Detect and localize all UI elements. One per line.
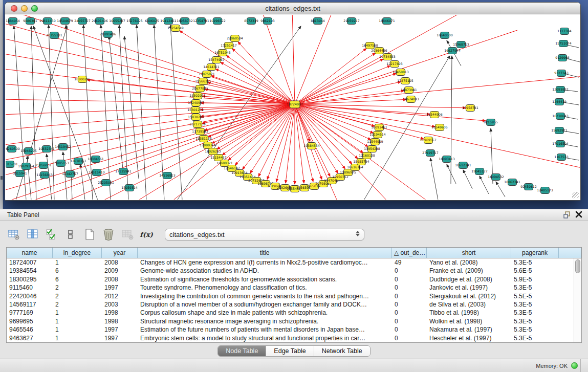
graph-node[interactable]: 1167533 [554, 154, 569, 161]
graph-edge-directed[interactable] [496, 182, 505, 197]
cell-name[interactable]: 18300295 [7, 275, 53, 283]
graph-edge-directed[interactable] [31, 26, 36, 200]
graph-edge-selected[interactable] [295, 99, 406, 104]
graph-edge-selected[interactable] [215, 69, 295, 104]
table-row[interactable]: 977716911998Corpus callosum shape and si… [7, 309, 574, 317]
graph-node[interactable]: 1117304 [557, 28, 572, 35]
graph-edge-selected[interactable] [211, 76, 295, 104]
graph-node[interactable]: 16210643 [552, 113, 569, 120]
cell-pagerank[interactable]: 5.3E-5 [511, 334, 559, 342]
graph-node[interactable]: 15958741 [462, 105, 478, 112]
graph-node[interactable]: 11544909 [367, 139, 383, 145]
graph-edge-selected[interactable] [295, 104, 486, 121]
graph-node[interactable]: 19846071 [379, 18, 395, 25]
cell-year[interactable]: 1997 [102, 283, 138, 292]
cell-pagerank[interactable]: 5.6E-5 [511, 267, 559, 275]
graph-node[interactable]: 18062341 [504, 179, 520, 186]
panel-collapse-handle[interactable] [1, 176, 3, 180]
vertical-scrollbar[interactable] [574, 258, 581, 342]
graph-node[interactable]: 1244419 [552, 99, 567, 105]
delete-table-icon[interactable] [102, 228, 115, 241]
cell-in_degree[interactable]: 6 [53, 275, 102, 283]
graph-node[interactable]: 11315701 [6, 161, 18, 168]
graph-node[interactable]: 13954298 [364, 146, 380, 152]
graph-edge-selected[interactable] [262, 15, 295, 104]
table-row[interactable]: 911546021997Tourette syndrome. Phenomeno… [7, 283, 574, 292]
cell-pagerank[interactable]: 5.3E-5 [511, 325, 559, 334]
graph-edge-selected[interactable] [295, 104, 368, 147]
graph-edge-directed[interactable] [430, 158, 438, 200]
cell-year[interactable]: 2008 [102, 258, 138, 267]
create-table-icon[interactable] [83, 228, 96, 241]
cell-short[interactable]: Stergiakouli et al. (2012) [427, 292, 511, 300]
table-row[interactable]: 1938455462009Genome-wide association stu… [7, 267, 574, 275]
cell-pagerank[interactable]: 5.9E-5 [511, 275, 559, 283]
cell-year[interactable]: 2003 [102, 300, 138, 309]
cell-out_degree[interactable]: 0 [392, 292, 427, 300]
window-titlebar[interactable]: citations_edges.txt [5, 3, 580, 14]
row-height-icon[interactable] [64, 228, 77, 241]
graph-node[interactable]: 16958732 [177, 18, 193, 25]
graph-node[interactable]: 15830218 [188, 114, 204, 121]
cell-name[interactable]: 9699695 [7, 317, 53, 325]
graph-node[interactable]: 15474967 [208, 57, 225, 63]
tab-edge-table[interactable]: Edge Table [266, 346, 314, 356]
graph-edge-directed[interactable] [451, 56, 452, 184]
graph-edge-directed[interactable] [447, 164, 456, 184]
graph-node[interactable]: 1884054 [6, 18, 20, 25]
graph-node[interactable]: 17240947 [188, 100, 204, 106]
graph-node[interactable]: 20691406 [92, 18, 108, 25]
cell-out_degree[interactable]: 0 [392, 325, 427, 334]
float-panel-icon[interactable] [563, 211, 572, 219]
graph-node[interactable]: 20355131 [46, 32, 62, 39]
cell-short[interactable]: Jankovic et al. (1997) [427, 283, 511, 292]
cell-out_degree[interactable]: 0 [392, 334, 427, 342]
graph-edge-directed[interactable] [480, 176, 489, 194]
graph-node[interactable]: 19412461 [160, 18, 177, 25]
cell-in_degree[interactable]: 1 [53, 334, 102, 342]
table-row[interactable]: 969969511998Structural magnetic resonanc… [7, 317, 574, 325]
graph-node[interactable]: 16751945 [214, 50, 231, 56]
cell-in_degree[interactable]: 1 [53, 325, 102, 334]
tab-node-table[interactable]: Node Table [218, 346, 266, 356]
cell-pagerank[interactable]: 5.3E-5 [511, 309, 559, 317]
cell-pagerank[interactable]: 5.3E-5 [511, 300, 559, 309]
graph-node[interactable]: 17875105 [397, 78, 413, 84]
graph-edge-selected[interactable] [258, 104, 295, 177]
graph-edge-selected[interactable] [295, 49, 366, 104]
graph-edge-selected[interactable] [295, 104, 352, 164]
cell-in_degree[interactable]: 1 [53, 258, 102, 267]
graph-node[interactable]: 16093413 [439, 156, 455, 163]
graph-node[interactable]: 9862103 [260, 18, 275, 25]
cell-pagerank[interactable]: 5.5E-5 [511, 292, 559, 300]
cell-year[interactable]: 2009 [102, 267, 138, 275]
cell-year[interactable]: 1998 [102, 317, 138, 325]
table-row[interactable]: 946362711997Embryonic stem cells: a mode… [7, 334, 574, 342]
graph-node[interactable]: 19734583 [379, 54, 396, 60]
graph-node[interactable]: 10194514 [369, 132, 386, 138]
graph-node[interactable]: 16093461 [371, 124, 387, 131]
cell-title[interactable]: Estimation of the future numbers of pati… [138, 325, 392, 334]
graph-node[interactable]: 20364486 [371, 48, 387, 54]
cell-title[interactable]: Estimation of significance thresholds fo… [138, 275, 392, 283]
graph-node[interactable]: 17016504 [552, 141, 569, 147]
cell-title[interactable]: Genome-wide association studies in ADHD. [138, 267, 392, 275]
cell-title[interactable]: Investigating the contribution of common… [138, 292, 392, 300]
graph-node[interactable]: 19566255 [195, 78, 211, 85]
graph-edge-selected[interactable] [235, 104, 295, 165]
cell-in_degree[interactable]: 6 [53, 267, 102, 275]
graph-edge-selected[interactable] [26, 104, 295, 200]
cell-title[interactable]: Changes of HCN gene expression and I(f) … [138, 258, 392, 267]
graph-node[interactable]: 18381158 [195, 136, 212, 142]
graph-node[interactable]: 12405173 [537, 187, 553, 194]
graph-node[interactable]: 14519452 [55, 144, 71, 150]
cell-pagerank[interactable]: 5.3E-5 [511, 317, 559, 325]
column-header-title[interactable]: title [138, 248, 392, 258]
cell-short[interactable]: Wolkin et al. (1998) [427, 317, 511, 325]
graph-node[interactable]: 12075821 [199, 71, 215, 78]
select-columns-icon[interactable] [45, 228, 58, 241]
cell-name[interactable]: 22420046 [7, 292, 53, 300]
graph-node[interactable]: 15276025 [126, 18, 143, 25]
graph-edge-selected[interactable] [292, 15, 295, 104]
scrollbar-thumb[interactable] [575, 259, 580, 273]
